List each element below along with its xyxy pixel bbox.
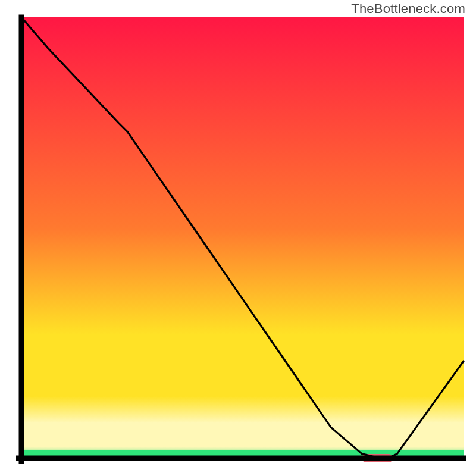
plot-background [21, 17, 464, 458]
watermark-text: TheBottleneck.com [351, 1, 465, 17]
bottleneck-chart [0, 0, 476, 476]
